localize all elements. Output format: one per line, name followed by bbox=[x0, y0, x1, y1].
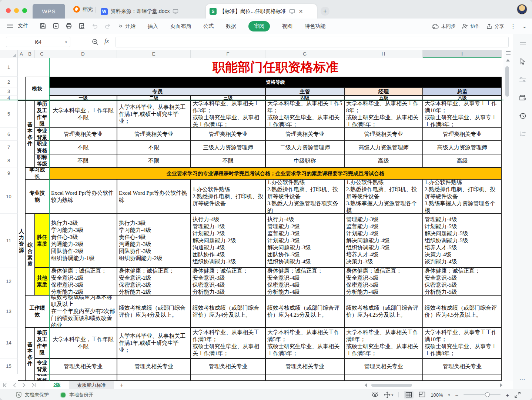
document-tab-inactive[interactable]: W 资料来源：即课学堂.docx bbox=[101, 4, 178, 19]
cell-F12[interactable]: 身体健康；诚信正直； 安全意识-3级 保密意识-4级 分析能力-3级 bbox=[191, 267, 265, 295]
cell-B11[interactable]: 综合素质 bbox=[25, 214, 35, 295]
cell-C16[interactable]: 职业资格 bbox=[35, 374, 49, 381]
save-icon[interactable] bbox=[39, 22, 47, 30]
cell-H10[interactable]: 1.办公软件熟练 2.熟悉操作电脑、打印机、投屏等硬件设备 3.熟练掌握人力资源… bbox=[344, 179, 423, 214]
zoom-in-button[interactable]: + bbox=[506, 392, 509, 398]
minimize-window-button[interactable] bbox=[14, 8, 19, 13]
user-avatar[interactable] bbox=[517, 4, 527, 14]
first-sheet-icon[interactable] bbox=[0, 381, 10, 389]
cell-F13[interactable]: 绩效考核成绩（或部门综合评价）应为4分及以上。 bbox=[191, 295, 265, 327]
reading-eye-icon[interactable] bbox=[371, 392, 379, 397]
ribbon-tab-插入[interactable]: 插入 bbox=[148, 23, 158, 30]
cell-I13[interactable]: 绩效考核成绩（或部门综合评价）应为4.5分及以上。 bbox=[423, 295, 502, 327]
cell-D16[interactable] bbox=[49, 374, 117, 381]
row-header-8[interactable]: 8 bbox=[0, 154, 18, 167]
share-button[interactable]: 分享 bbox=[486, 23, 504, 30]
document-tab-active[interactable]: S 【标准】岗位...任职资格标准 ✕ bbox=[206, 4, 317, 19]
cell-name-box[interactable]: I64 ▾ bbox=[6, 37, 70, 47]
cell-G7[interactable]: 二级人力资源管理师 bbox=[265, 141, 344, 154]
cell-D7[interactable]: 不限 bbox=[49, 141, 117, 154]
column-header-A[interactable]: A bbox=[18, 50, 25, 58]
cell-E13[interactable]: 绩效考核成绩（或部门综合评价）应为4分及以上。 bbox=[117, 295, 191, 327]
vertical-scroll-thumb[interactable] bbox=[505, 66, 509, 97]
present-screen-icon[interactable] bbox=[173, 9, 178, 14]
menu-icon[interactable] bbox=[7, 23, 13, 30]
cell-I12[interactable]: 身体健康；诚信正直； 安全意识-5级 保密意识-5级 分析能力-5级 bbox=[423, 267, 502, 295]
cell-G16[interactable] bbox=[265, 374, 344, 381]
column-header-D[interactable]: D bbox=[49, 50, 117, 58]
cell-F6[interactable]: 管理类相关专业 bbox=[191, 128, 265, 141]
normal-view-button[interactable] bbox=[404, 391, 414, 399]
cell-F11[interactable]: 执行力-4级 管理能力-1级 计划能力-2级 解决问题能力-2级 沟通能力-4级… bbox=[191, 214, 265, 267]
scroll-up-icon[interactable] bbox=[506, 59, 510, 61]
cell-B13[interactable]: 工作绩效 bbox=[25, 295, 49, 327]
cell-E10[interactable]: Excel Word Ppt等办公软件熟练 bbox=[117, 179, 191, 214]
scroll-right-icon[interactable] bbox=[500, 383, 502, 387]
cell-F10[interactable]: 1.办公软件熟练 2.熟悉操作电脑、打印机、投屏等硬件设备 bbox=[191, 179, 265, 214]
cell-I10[interactable]: 1.办公软件熟练 2.熟悉操作电脑、打印机、投屏等硬件设备 3.熟练掌握人力资源… bbox=[423, 179, 502, 214]
cell-H11[interactable]: 管理能力-3级 监督能力-4级 计划能力-4级 解决问题能力-4级 组织协调能力… bbox=[344, 214, 423, 267]
cell-I5[interactable]: 大学本科毕业、从事专工工作满10年； 或硕士研究生毕业、从事专工工作满8年； bbox=[423, 100, 502, 128]
cell-C7[interactable]: 职业资格 bbox=[35, 141, 49, 154]
cell-D14[interactable]: 大学本科毕业，工作年限不限 bbox=[49, 327, 117, 359]
cell-B10[interactable]: 专业技能 bbox=[25, 179, 49, 214]
cell-D3[interactable]: 专员 bbox=[49, 87, 265, 96]
row-header-11[interactable]: 11 bbox=[0, 214, 18, 267]
new-tab-button[interactable]: + bbox=[321, 7, 329, 16]
cell-D5[interactable]: 大学本科毕业，工作年限不限 bbox=[49, 100, 117, 128]
column-header-G[interactable]: G bbox=[265, 50, 344, 58]
convert-flow-icon[interactable] bbox=[519, 130, 527, 138]
cell-H16[interactable] bbox=[344, 374, 423, 381]
cell-I8[interactable]: 高级 bbox=[423, 154, 502, 167]
cell-H14[interactable]: 大学本科毕业、从事相关工作满8年； 或硕士研究生毕业、从事相关工作满5年； bbox=[344, 327, 423, 359]
cell-D1[interactable]: 职能部门任职资格标准 bbox=[49, 58, 502, 77]
cell-I3[interactable]: 总监 bbox=[423, 87, 502, 96]
sheet-tab-2版[interactable]: 2版 bbox=[45, 381, 69, 389]
sync-status[interactable]: 未同步 bbox=[432, 23, 455, 30]
cell-G10[interactable]: 1.办公软件熟练 2.熟悉操作电脑、打印机、投屏等硬件设备 3.熟悉人力资源管理… bbox=[265, 179, 344, 214]
cell-D9[interactable]: 企业要求学习的专业课程课时学完且考试合格；企业要求学习的素质课程要学习完成且考试… bbox=[49, 167, 502, 179]
cell-C8[interactable]: 职称等级 bbox=[35, 154, 49, 167]
cell-E16[interactable] bbox=[117, 374, 191, 381]
row-header-12[interactable]: 12 bbox=[0, 267, 18, 295]
cell-H8[interactable]: 高级 bbox=[344, 154, 423, 167]
cell-G8[interactable]: 中级职称 bbox=[265, 154, 344, 167]
row-header-1[interactable]: 1 bbox=[0, 58, 18, 77]
cell-E12[interactable]: 身体健康；诚信正直； 安全意识-2级 保密意识-3级 分析能力-2级 bbox=[117, 267, 191, 295]
row-header-2[interactable]: 2 bbox=[0, 77, 18, 87]
cell-E15[interactable]: 管理类相关专业 bbox=[117, 359, 191, 374]
wps-home-tab[interactable]: WPS bbox=[33, 4, 65, 19]
more-options-icon[interactable]: ⋮ bbox=[510, 23, 516, 30]
zoom-slider-handle[interactable] bbox=[485, 392, 490, 397]
horizontal-scroll-thumb[interactable] bbox=[371, 384, 412, 387]
zoom-slider[interactable] bbox=[464, 394, 501, 395]
scroll-left-icon[interactable] bbox=[365, 383, 367, 387]
horizontal-scroll-track[interactable] bbox=[368, 383, 499, 387]
cell-C5[interactable]: 学历及工作年限 bbox=[35, 100, 49, 128]
cell-G11[interactable]: 执行力-4级 管理能力-2级 监督能力-3级 计划能力-3级 解决问题能力-3级… bbox=[265, 214, 344, 267]
row-header-9[interactable]: 9 bbox=[0, 167, 18, 179]
cell-D13[interactable]: 绩效考核成绩应为基本称职及以上 在一个年度内至少有2次部门的绩效面谈和绩效改善的… bbox=[49, 295, 117, 327]
horizontal-scrollbar[interactable] bbox=[365, 383, 502, 387]
cell-H7[interactable]: 高级人力资源管理师 bbox=[344, 141, 423, 154]
column-header-F[interactable]: F bbox=[191, 50, 265, 58]
cell-B14[interactable]: 基本条件 bbox=[25, 327, 35, 381]
next-sheet-icon[interactable] bbox=[19, 381, 29, 389]
cell-F16[interactable] bbox=[191, 374, 265, 381]
cell-G6[interactable]: 管理类相关专业 bbox=[265, 128, 344, 141]
zoom-formula-icon[interactable] bbox=[92, 39, 99, 47]
protection-status-label[interactable]: 文档未保护 bbox=[25, 391, 49, 398]
row-header-15[interactable]: 15 bbox=[0, 359, 18, 374]
cell-C11[interactable]: 胜任素质 bbox=[35, 214, 49, 267]
cell-D10[interactable]: Excel Word Ppt等办公软件较为熟练 bbox=[49, 179, 117, 214]
collapse-panel-icon[interactable] bbox=[519, 39, 527, 47]
close-tab-icon[interactable]: ✕ bbox=[299, 9, 303, 14]
row-header-3[interactable]: 3 bbox=[0, 87, 18, 96]
adjust-settings-icon[interactable] bbox=[519, 76, 527, 84]
undo-icon[interactable] bbox=[91, 22, 98, 30]
cell-E8[interactable]: 不限 bbox=[117, 154, 191, 167]
ribbon-tab-公式[interactable]: 公式 bbox=[203, 23, 214, 30]
previous-sheet-icon[interactable] bbox=[10, 381, 19, 389]
cell-G14[interactable]: 大学本科毕业、从事相关工作满5年； 或硕士研究生毕业、从事相关工作满3年； bbox=[265, 327, 344, 359]
cell-B9[interactable]: 学习成长 bbox=[25, 167, 49, 179]
